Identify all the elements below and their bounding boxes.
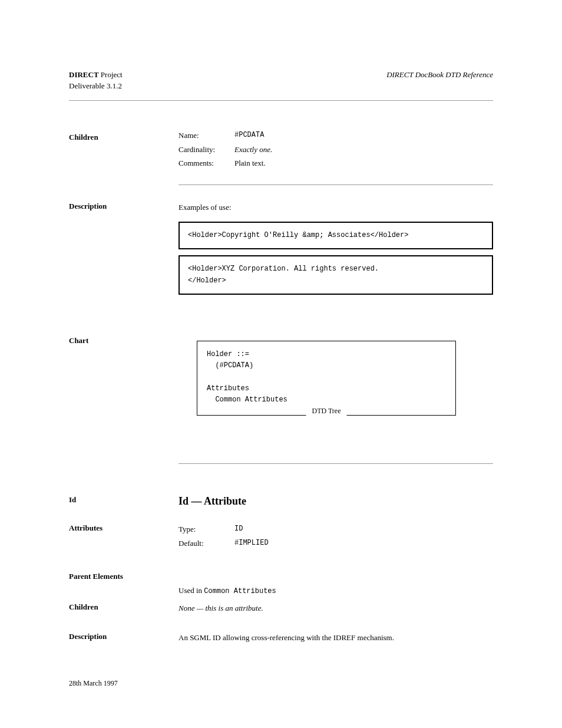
id-parent-value: Common Attributes	[204, 587, 276, 595]
dtd-chart: Holder ::= (#PCDATA) Attributes Common A…	[197, 341, 456, 416]
id-attr-type-value: ID	[234, 523, 493, 535]
id-attributes-body: Type: ID Default: #IMPLIED	[178, 523, 493, 551]
id-attr-default-value: #IMPLIED	[234, 538, 493, 549]
id-attr-type-label: Type:	[178, 523, 234, 535]
dtd-box: Holder ::= (#PCDATA) Attributes Common A…	[197, 341, 456, 416]
code-example-1: <Holder>Copyright O'Reilly &amp; Associa…	[178, 222, 493, 249]
rule-after-children	[178, 185, 493, 185]
id-children-body: None — this is an attribute.	[178, 602, 493, 615]
header-line2: Deliverable 3.1.2	[69, 81, 123, 92]
page: DIRECT Project Deliverable 3.1.2 DIRECT …	[0, 0, 562, 728]
id-attr-row-default: Default: #IMPLIED	[178, 538, 493, 549]
rule-after-chart	[178, 463, 493, 464]
id-left-label: Id	[69, 495, 178, 508]
id-parent-prefix: Used in	[178, 586, 204, 595]
children-name-value: #PCDATA	[234, 130, 493, 141]
section-label-parent: Parent Elements	[69, 572, 169, 581]
children-block: Name: #PCDATA Cardinality: Exactly one. …	[178, 130, 493, 172]
section-label-attributes: Attributes	[69, 523, 169, 533]
id-attr-row-type: Type: ID	[178, 523, 493, 535]
header-line1: DIRECT Project	[69, 70, 123, 81]
section-label-children2: Children	[69, 602, 169, 612]
page-header: DIRECT Project Deliverable 3.1.2 DIRECT …	[69, 70, 493, 92]
description-intro: Examples of use:	[178, 202, 493, 213]
dtd-code: Holder ::= (#PCDATA) Attributes Common A…	[197, 341, 455, 415]
children-comments-label: Comments:	[178, 157, 234, 169]
children-row-name: Name: #PCDATA	[178, 130, 493, 141]
section-label-description: Description	[69, 202, 169, 211]
id-attr-default-label: Default:	[178, 538, 234, 549]
code-example-2: <Holder>XYZ Corporation. All rights rese…	[178, 255, 493, 294]
id-parent-body: Used in Common Attributes	[178, 585, 493, 597]
section-label-chart: Chart	[69, 336, 169, 345]
description-body: Examples of use: <Holder>Copyright O'Rei…	[178, 202, 493, 295]
id-title: Id — Attribute	[178, 495, 246, 508]
children-card-value: Exactly one.	[234, 144, 493, 156]
id-heading-row: Id Id — Attribute	[69, 495, 493, 508]
children-card-label: Cardinality:	[178, 144, 234, 156]
children-row-card: Cardinality: Exactly one.	[178, 144, 493, 156]
children-comments-value: Plain text.	[234, 157, 493, 169]
section-label-description2: Description	[69, 632, 169, 641]
children-name-label: Name:	[178, 130, 234, 141]
header-rule	[69, 100, 493, 101]
page-footer: 28th March 1997	[69, 679, 118, 688]
children-row-comments: Comments: Plain text.	[178, 157, 493, 169]
header-right: DIRECT DocBook DTD Reference	[386, 70, 493, 80]
section-label-children: Children	[69, 133, 169, 142]
header-left: DIRECT Project Deliverable 3.1.2	[69, 70, 123, 92]
id-description-body: An SGML ID allowing cross-referencing wi…	[178, 632, 493, 644]
dtd-caption: DTD Tree	[306, 407, 346, 416]
